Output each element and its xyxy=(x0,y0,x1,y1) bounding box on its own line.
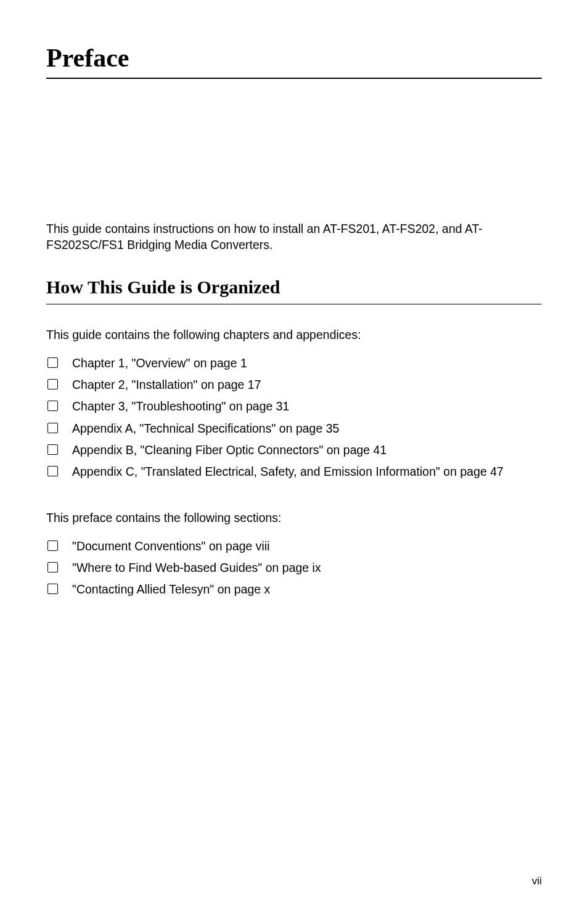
list-item: Appendix B, "Cleaning Fiber Optic Connec… xyxy=(46,442,542,458)
page-title: Preface xyxy=(46,43,542,79)
list-item: Chapter 3, "Troubleshooting" on page 31 xyxy=(46,399,542,414)
list-item: Chapter 1, "Overview" on page 1 xyxy=(46,356,542,371)
list-item: "Document Conventions" on page viii xyxy=(46,539,542,554)
list-item: Appendix C, "Translated Electrical, Safe… xyxy=(46,464,542,479)
intro-paragraph: This guide contains instructions on how … xyxy=(46,221,542,253)
list-item: Appendix A, "Technical Specifications" o… xyxy=(46,421,542,436)
chapters-list: Chapter 1, "Overview" on page 1 Chapter … xyxy=(46,356,542,480)
list-item: "Where to Find Web-based Guides" on page… xyxy=(46,560,542,576)
list-item: Chapter 2, "Installation" on page 17 xyxy=(46,377,542,393)
chapters-intro: This guide contains the following chapte… xyxy=(46,328,542,342)
list-item: "Contacting Allied Telesyn" on page x xyxy=(46,582,542,597)
page-number: vii xyxy=(532,875,542,887)
sections-list: "Document Conventions" on page viii "Whe… xyxy=(46,539,542,598)
sections-intro: This preface contains the following sect… xyxy=(46,511,542,525)
section-heading: How This Guide is Organized xyxy=(46,277,542,304)
